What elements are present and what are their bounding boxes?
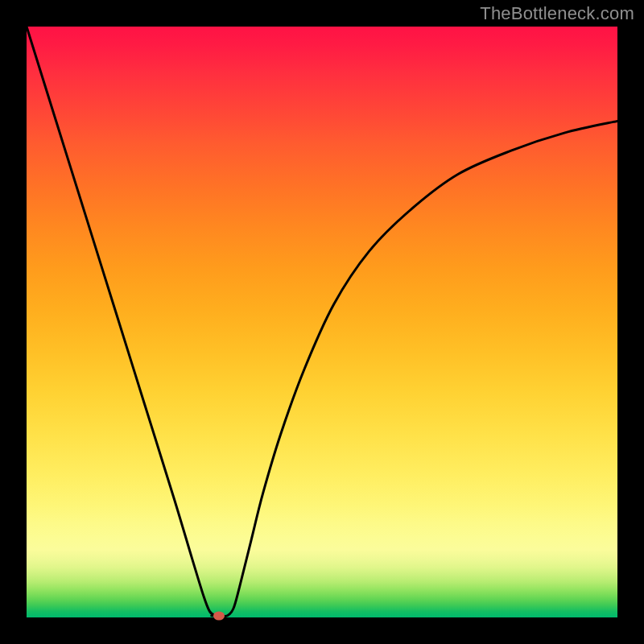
plot-area xyxy=(27,27,617,617)
watermark-text: TheBottleneck.com xyxy=(480,3,634,24)
chart-frame: TheBottleneck.com xyxy=(0,0,644,644)
bottleneck-curve xyxy=(27,27,617,617)
optimal-marker-dot xyxy=(213,611,225,620)
